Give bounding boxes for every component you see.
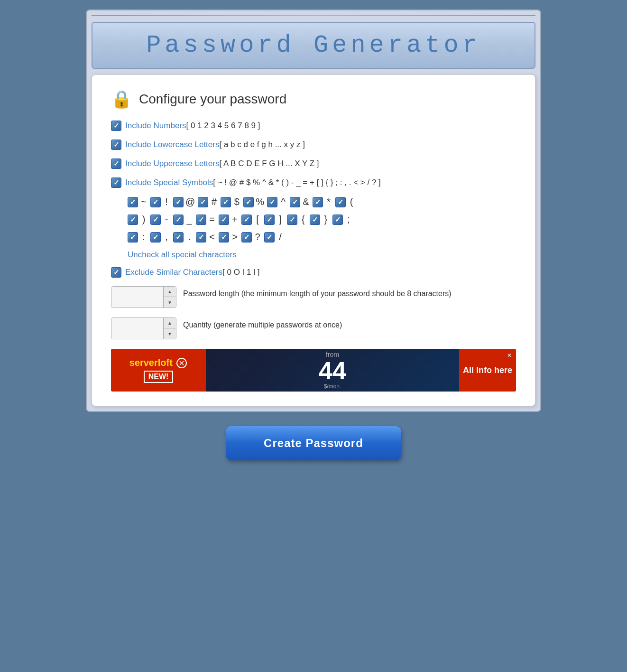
symbol-question: ? [254, 232, 261, 243]
option-exclude-link[interactable]: Exclude Similar Characters [125, 268, 222, 277]
option-lowercase-row: Include Lowercase Letters[ a b c d e f g… [111, 140, 516, 150]
symbol-item-tilde: ~ [128, 196, 148, 207]
spinner-quantity-buttons: ▲ ▼ [164, 318, 176, 339]
quantity-input[interactable]: 1 [111, 318, 164, 339]
checkbox-lparen[interactable] [335, 197, 346, 207]
symbol-comma: , [163, 232, 170, 243]
symbols-grid: ~ ! @ # $ [128, 196, 516, 243]
panel-header: 🔒 Configure your password [111, 89, 516, 109]
password-length-input[interactable]: 8 [111, 287, 164, 308]
option-special-link[interactable]: Include Special Symbols [125, 178, 213, 187]
divider-top [92, 15, 535, 16]
checkbox-numbers[interactable] [111, 121, 121, 131]
symbol-excl: ! [163, 196, 170, 207]
password-length-spinner[interactable]: 8 ▲ ▼ [111, 286, 176, 308]
checkbox-uppercase[interactable] [111, 159, 121, 169]
checkbox-rbracket[interactable] [264, 215, 275, 225]
checkbox-caret[interactable] [267, 197, 277, 207]
symbols-row-1: ~ ! @ # $ [128, 196, 516, 207]
lock-icon: 🔒 [111, 89, 132, 109]
checkbox-question[interactable] [241, 232, 252, 243]
option-numbers-row: Include Numbers[ 0 1 2 3 4 5 6 7 8 9 ] [111, 121, 516, 131]
checkbox-tilde[interactable] [128, 197, 138, 207]
symbol-caret: ^ [279, 196, 287, 207]
main-panel: 🔒 Configure your password Include Number… [92, 75, 535, 406]
checkbox-colon[interactable] [128, 232, 138, 243]
option-uppercase-link[interactable]: Include Uppercase Letters [125, 159, 219, 168]
uncheck-all-link[interactable]: Uncheck all special characters [128, 250, 516, 260]
checkbox-underscore[interactable] [173, 215, 184, 225]
quantity-spinner[interactable]: 1 ▲ ▼ [111, 317, 176, 339]
checkbox-star[interactable] [313, 197, 323, 207]
symbol-item-plus: + [219, 214, 239, 225]
symbol-dollar: $ [233, 196, 240, 207]
checkbox-special[interactable] [111, 177, 121, 188]
checkbox-amp[interactable] [290, 197, 300, 207]
symbol-lbrace: { [299, 214, 307, 225]
option-exclude-suffix: [ 0 O I 1 l ] [222, 268, 259, 277]
symbol-item-gt: > [219, 232, 239, 243]
symbol-item-semicolon: ; [332, 214, 352, 225]
symbol-lbracket: [ [254, 214, 261, 225]
checkbox-lt[interactable] [196, 232, 206, 243]
checkbox-lbrace[interactable] [287, 215, 297, 225]
symbol-item-rbracket: ] [264, 214, 284, 225]
symbol-underscore: _ [185, 214, 193, 225]
option-uppercase-row: Include Uppercase Letters[ A B C D E F G… [111, 159, 516, 169]
password-length-row: 8 ▲ ▼ Password length (the minimum lengt… [111, 286, 516, 308]
checkbox-rbrace[interactable] [310, 215, 320, 225]
checkbox-exclude[interactable] [111, 267, 121, 278]
spinner-quantity-up[interactable]: ▲ [164, 318, 176, 328]
symbol-item-lparen: ( [335, 196, 355, 207]
outer-container: Password Generator 🔒 Configure your pass… [86, 9, 541, 412]
checkbox-at[interactable] [173, 197, 184, 207]
spinner-quantity-down[interactable]: ▼ [164, 328, 176, 339]
symbol-item-amp: & [290, 196, 310, 207]
symbol-item-lbrace: { [287, 214, 307, 225]
symbol-dot: . [185, 232, 193, 243]
checkbox-dot[interactable] [173, 232, 184, 243]
checkbox-lbracket[interactable] [241, 215, 252, 225]
ad-brand-accent: loft [158, 357, 173, 368]
option-exclude-row: Exclude Similar Characters[ 0 O I 1 l ] [111, 267, 516, 278]
symbol-item-lbracket: [ [241, 214, 261, 225]
spinner-length-buttons: ▲ ▼ [164, 287, 176, 308]
ad-banner[interactable]: serverloft NEW! from 44 $/mon. All info … [111, 349, 516, 392]
title-bar: Password Generator [92, 22, 535, 69]
option-lowercase-link[interactable]: Include Lowercase Letters [125, 140, 219, 149]
checkbox-gt[interactable] [219, 232, 229, 243]
spinner-length-up[interactable]: ▲ [164, 287, 176, 297]
checkbox-dollar[interactable] [221, 197, 231, 207]
symbol-item-hash: # [198, 196, 218, 207]
checkbox-slash[interactable] [264, 232, 275, 243]
create-password-button[interactable]: Create Password [226, 426, 401, 460]
symbol-rbracket: ] [277, 214, 284, 225]
option-uppercase-suffix: [ A B C D E F G H ... X Y Z ] [219, 159, 319, 168]
checkbox-equals[interactable] [196, 215, 206, 225]
checkbox-lowercase[interactable] [111, 140, 121, 150]
option-numbers-link[interactable]: Include Numbers [125, 121, 186, 130]
checkbox-semicolon[interactable] [332, 215, 343, 225]
option-special-row: Include Special Symbols[ ~ ! @ # $ % ^ &… [111, 177, 516, 188]
checkbox-comma[interactable] [150, 232, 161, 243]
ad-satellite-icon [176, 357, 187, 369]
symbol-semicolon: ; [345, 214, 352, 225]
checkbox-hash[interactable] [198, 197, 208, 207]
page-title: Password Generator [97, 31, 530, 59]
checkbox-excl[interactable] [150, 197, 161, 207]
checkbox-plus[interactable] [219, 215, 229, 225]
spinner-length-down[interactable]: ▼ [164, 297, 176, 308]
symbol-star: * [325, 196, 332, 207]
symbol-item-comma: , [150, 232, 170, 243]
checkbox-minus[interactable] [150, 215, 161, 225]
checkbox-percent[interactable] [243, 197, 254, 207]
symbol-slash: / [277, 232, 284, 243]
symbol-item-excl: ! [150, 196, 170, 207]
symbol-equals: = [208, 214, 216, 225]
option-lowercase-suffix: [ a b c d e f g h ... x y z ] [219, 140, 304, 149]
symbol-item-rbrace: } [310, 214, 330, 225]
ad-close-button[interactable]: ✕ [505, 351, 514, 360]
ad-price: 44 [319, 358, 346, 383]
checkbox-rparen[interactable] [128, 215, 138, 225]
symbol-hash: # [210, 196, 218, 207]
